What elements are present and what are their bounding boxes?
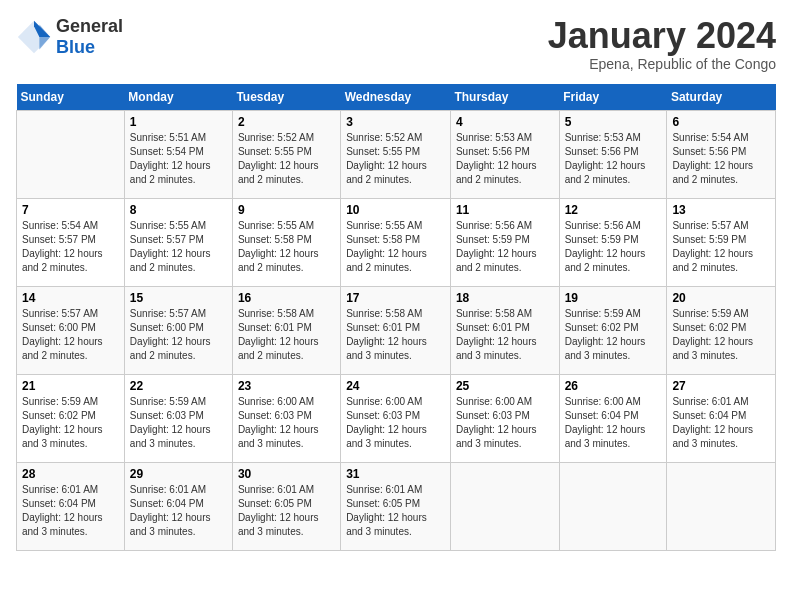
calendar-cell: 11Sunrise: 5:56 AM Sunset: 5:59 PM Dayli… [450,198,559,286]
day-info: Sunrise: 6:00 AM Sunset: 6:03 PM Dayligh… [346,395,445,451]
calendar-table: SundayMondayTuesdayWednesdayThursdayFrid… [16,84,776,551]
day-info: Sunrise: 5:58 AM Sunset: 6:01 PM Dayligh… [238,307,335,363]
day-info: Sunrise: 5:57 AM Sunset: 6:00 PM Dayligh… [130,307,227,363]
day-number: 30 [238,467,335,481]
day-number: 16 [238,291,335,305]
day-info: Sunrise: 5:55 AM Sunset: 5:57 PM Dayligh… [130,219,227,275]
calendar-cell: 2Sunrise: 5:52 AM Sunset: 5:55 PM Daylig… [232,110,340,198]
day-info: Sunrise: 5:57 AM Sunset: 5:59 PM Dayligh… [672,219,770,275]
day-number: 21 [22,379,119,393]
calendar-cell: 5Sunrise: 5:53 AM Sunset: 5:56 PM Daylig… [559,110,667,198]
day-info: Sunrise: 5:58 AM Sunset: 6:01 PM Dayligh… [456,307,554,363]
calendar-cell: 15Sunrise: 5:57 AM Sunset: 6:00 PM Dayli… [124,286,232,374]
calendar-cell: 16Sunrise: 5:58 AM Sunset: 6:01 PM Dayli… [232,286,340,374]
day-info: Sunrise: 6:00 AM Sunset: 6:03 PM Dayligh… [456,395,554,451]
day-info: Sunrise: 5:59 AM Sunset: 6:02 PM Dayligh… [565,307,662,363]
day-info: Sunrise: 5:54 AM Sunset: 5:57 PM Dayligh… [22,219,119,275]
calendar-week-row: 1Sunrise: 5:51 AM Sunset: 5:54 PM Daylig… [17,110,776,198]
day-number: 5 [565,115,662,129]
day-info: Sunrise: 6:01 AM Sunset: 6:04 PM Dayligh… [672,395,770,451]
calendar-cell: 18Sunrise: 5:58 AM Sunset: 6:01 PM Dayli… [450,286,559,374]
day-info: Sunrise: 5:59 AM Sunset: 6:02 PM Dayligh… [22,395,119,451]
calendar-cell: 12Sunrise: 5:56 AM Sunset: 5:59 PM Dayli… [559,198,667,286]
day-info: Sunrise: 6:00 AM Sunset: 6:03 PM Dayligh… [238,395,335,451]
day-info: Sunrise: 5:57 AM Sunset: 6:00 PM Dayligh… [22,307,119,363]
calendar-cell: 27Sunrise: 6:01 AM Sunset: 6:04 PM Dayli… [667,374,776,462]
logo: General Blue [16,16,123,58]
day-number: 19 [565,291,662,305]
calendar-cell: 13Sunrise: 5:57 AM Sunset: 5:59 PM Dayli… [667,198,776,286]
calendar-cell: 1Sunrise: 5:51 AM Sunset: 5:54 PM Daylig… [124,110,232,198]
day-info: Sunrise: 5:59 AM Sunset: 6:03 PM Dayligh… [130,395,227,451]
calendar-cell: 10Sunrise: 5:55 AM Sunset: 5:58 PM Dayli… [341,198,451,286]
day-number: 18 [456,291,554,305]
calendar-cell: 9Sunrise: 5:55 AM Sunset: 5:58 PM Daylig… [232,198,340,286]
calendar-cell [559,462,667,550]
location-subtitle: Epena, Republic of the Congo [548,56,776,72]
day-number: 23 [238,379,335,393]
weekday-header-row: SundayMondayTuesdayWednesdayThursdayFrid… [17,84,776,111]
weekday-header-wednesday: Wednesday [341,84,451,111]
weekday-header-monday: Monday [124,84,232,111]
logo-general-text: General [56,16,123,37]
day-number: 1 [130,115,227,129]
day-number: 3 [346,115,445,129]
day-number: 28 [22,467,119,481]
day-number: 17 [346,291,445,305]
calendar-week-row: 21Sunrise: 5:59 AM Sunset: 6:02 PM Dayli… [17,374,776,462]
day-number: 15 [130,291,227,305]
calendar-cell: 26Sunrise: 6:00 AM Sunset: 6:04 PM Dayli… [559,374,667,462]
day-info: Sunrise: 6:01 AM Sunset: 6:04 PM Dayligh… [22,483,119,539]
day-number: 2 [238,115,335,129]
day-info: Sunrise: 6:01 AM Sunset: 6:04 PM Dayligh… [130,483,227,539]
calendar-cell: 25Sunrise: 6:00 AM Sunset: 6:03 PM Dayli… [450,374,559,462]
calendar-cell: 20Sunrise: 5:59 AM Sunset: 6:02 PM Dayli… [667,286,776,374]
calendar-cell [667,462,776,550]
weekday-header-sunday: Sunday [17,84,125,111]
day-number: 24 [346,379,445,393]
day-number: 10 [346,203,445,217]
day-number: 20 [672,291,770,305]
day-number: 25 [456,379,554,393]
day-info: Sunrise: 5:58 AM Sunset: 6:01 PM Dayligh… [346,307,445,363]
day-number: 9 [238,203,335,217]
day-info: Sunrise: 5:56 AM Sunset: 5:59 PM Dayligh… [565,219,662,275]
day-info: Sunrise: 5:53 AM Sunset: 5:56 PM Dayligh… [456,131,554,187]
day-number: 6 [672,115,770,129]
day-info: Sunrise: 5:54 AM Sunset: 5:56 PM Dayligh… [672,131,770,187]
weekday-header-saturday: Saturday [667,84,776,111]
calendar-cell: 22Sunrise: 5:59 AM Sunset: 6:03 PM Dayli… [124,374,232,462]
calendar-cell: 6Sunrise: 5:54 AM Sunset: 5:56 PM Daylig… [667,110,776,198]
month-title: January 2024 [548,16,776,56]
day-info: Sunrise: 5:56 AM Sunset: 5:59 PM Dayligh… [456,219,554,275]
calendar-cell: 23Sunrise: 6:00 AM Sunset: 6:03 PM Dayli… [232,374,340,462]
logo-blue-text: Blue [56,37,123,58]
day-info: Sunrise: 6:01 AM Sunset: 6:05 PM Dayligh… [346,483,445,539]
day-info: Sunrise: 5:53 AM Sunset: 5:56 PM Dayligh… [565,131,662,187]
day-number: 8 [130,203,227,217]
day-number: 22 [130,379,227,393]
day-info: Sunrise: 6:01 AM Sunset: 6:05 PM Dayligh… [238,483,335,539]
calendar-cell: 7Sunrise: 5:54 AM Sunset: 5:57 PM Daylig… [17,198,125,286]
calendar-cell [17,110,125,198]
calendar-cell: 28Sunrise: 6:01 AM Sunset: 6:04 PM Dayli… [17,462,125,550]
day-info: Sunrise: 5:59 AM Sunset: 6:02 PM Dayligh… [672,307,770,363]
day-info: Sunrise: 5:55 AM Sunset: 5:58 PM Dayligh… [346,219,445,275]
calendar-cell: 31Sunrise: 6:01 AM Sunset: 6:05 PM Dayli… [341,462,451,550]
day-info: Sunrise: 5:55 AM Sunset: 5:58 PM Dayligh… [238,219,335,275]
day-info: Sunrise: 6:00 AM Sunset: 6:04 PM Dayligh… [565,395,662,451]
day-info: Sunrise: 5:51 AM Sunset: 5:54 PM Dayligh… [130,131,227,187]
calendar-week-row: 14Sunrise: 5:57 AM Sunset: 6:00 PM Dayli… [17,286,776,374]
weekday-header-friday: Friday [559,84,667,111]
weekday-header-thursday: Thursday [450,84,559,111]
calendar-week-row: 28Sunrise: 6:01 AM Sunset: 6:04 PM Dayli… [17,462,776,550]
calendar-cell: 30Sunrise: 6:01 AM Sunset: 6:05 PM Dayli… [232,462,340,550]
calendar-cell: 24Sunrise: 6:00 AM Sunset: 6:03 PM Dayli… [341,374,451,462]
day-number: 31 [346,467,445,481]
calendar-cell: 29Sunrise: 6:01 AM Sunset: 6:04 PM Dayli… [124,462,232,550]
calendar-cell: 3Sunrise: 5:52 AM Sunset: 5:55 PM Daylig… [341,110,451,198]
calendar-cell: 19Sunrise: 5:59 AM Sunset: 6:02 PM Dayli… [559,286,667,374]
day-number: 26 [565,379,662,393]
calendar-cell: 17Sunrise: 5:58 AM Sunset: 6:01 PM Dayli… [341,286,451,374]
day-number: 29 [130,467,227,481]
